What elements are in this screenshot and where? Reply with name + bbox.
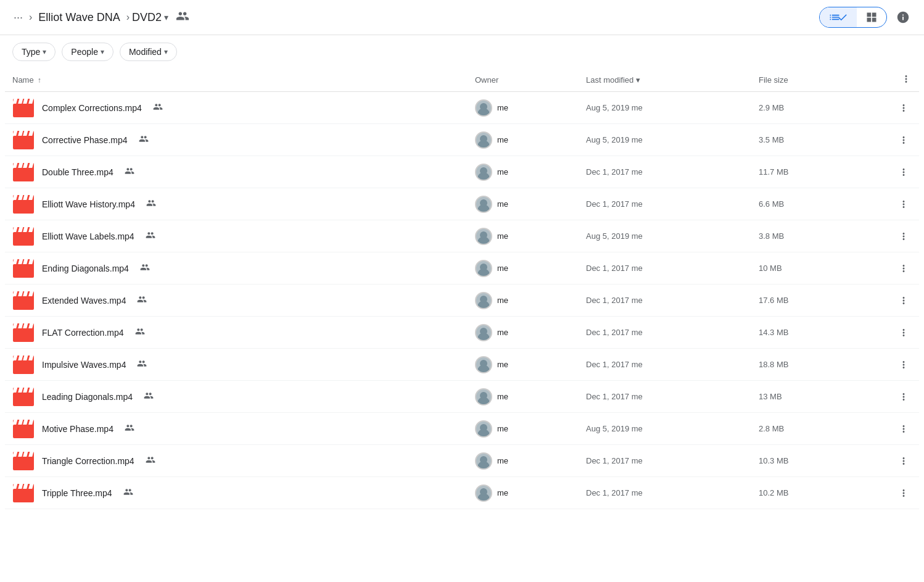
file-size: 3.5 MB: [759, 135, 882, 144]
row-more-button[interactable]: [892, 291, 912, 310]
type-filter[interactable]: Type ▾: [12, 43, 56, 61]
owner-cell: me: [475, 164, 586, 181]
people-filter[interactable]: People ▾: [62, 43, 113, 61]
file-size: 18.8 MB: [759, 360, 882, 369]
last-modified: Dec 1, 2017 me: [586, 456, 759, 465]
row-more-button[interactable]: [892, 323, 912, 343]
file-icon: [12, 225, 35, 247]
avatar: [475, 356, 492, 373]
owner-cell: me: [475, 228, 586, 245]
shared-icon: [140, 262, 150, 274]
grid-view-button[interactable]: [857, 7, 886, 27]
owner-cell: me: [475, 420, 586, 438]
file-icon: [12, 257, 35, 280]
table-row[interactable]: FLAT Correction.mp4 me Dec 1, 2017 me 14…: [5, 317, 919, 349]
row-more-button[interactable]: [892, 355, 912, 375]
list-view-button[interactable]: [820, 7, 857, 27]
file-name: Impulsive Waves.mp4: [42, 360, 126, 370]
info-button[interactable]: [892, 6, 914, 28]
row-more-button[interactable]: [892, 451, 912, 471]
breadcrumb: ··· › Elliot Wave DNA › DVD2 ▾: [10, 7, 819, 28]
file-name-cell: Tripple Three.mp4: [12, 482, 475, 504]
row-more-button[interactable]: [892, 194, 912, 214]
breadcrumb-current-folder[interactable]: DVD2 ▾: [132, 11, 168, 24]
table-row[interactable]: Impulsive Waves.mp4 me Dec 1, 2017 me 18…: [5, 349, 919, 381]
row-more-button[interactable]: [892, 419, 912, 439]
file-name-cell: Elliott Wave Labels.mp4: [12, 225, 475, 247]
file-size: 2.9 MB: [759, 103, 882, 112]
table-row[interactable]: Triangle Correction.mp4 me Dec 1, 2017 m…: [5, 445, 919, 477]
row-more-button[interactable]: [892, 387, 912, 407]
modified-filter[interactable]: Modified ▾: [120, 43, 177, 61]
row-more-button[interactable]: [892, 162, 912, 182]
owner-cell: me: [475, 196, 586, 213]
owner-name: me: [497, 199, 508, 209]
avatar: [475, 99, 492, 117]
table-row[interactable]: Double Three.mp4 me Dec 1, 2017 me 11.7 …: [5, 156, 919, 188]
file-name: Triangle Correction.mp4: [42, 456, 134, 466]
last-modified: Dec 1, 2017 me: [586, 488, 759, 497]
breadcrumb-parent[interactable]: Elliot Wave DNA: [35, 9, 123, 27]
shared-icon: [144, 391, 154, 402]
table-row[interactable]: Tripple Three.mp4 me Dec 1, 2017 me 10.2…: [5, 477, 919, 509]
row-more-button[interactable]: [892, 227, 912, 246]
file-name: Elliott Wave History.mp4: [42, 199, 135, 209]
file-icon: [12, 418, 35, 440]
current-folder-name: DVD2: [132, 11, 162, 24]
file-name-cell: Extended Waves.mp4: [12, 289, 475, 312]
file-name: Complex Corrections.mp4: [42, 103, 142, 113]
col-header-name[interactable]: Name ↑: [12, 75, 475, 85]
table-row[interactable]: Ending Diagonals.mp4 me Dec 1, 2017 me 1…: [5, 252, 919, 285]
table-row[interactable]: Extended Waves.mp4 me Dec 1, 2017 me 17.…: [5, 285, 919, 317]
shared-icon: [125, 423, 134, 434]
file-name-cell: Ending Diagonals.mp4: [12, 257, 475, 280]
owner-name: me: [497, 456, 508, 465]
owner-name: me: [497, 296, 508, 305]
file-size: 3.8 MB: [759, 231, 882, 241]
col-header-last-modified[interactable]: Last modified ▾: [586, 75, 759, 85]
type-filter-label: Type: [22, 47, 40, 57]
breadcrumb-chevron-1: ›: [29, 12, 32, 23]
owner-cell: me: [475, 260, 586, 277]
file-icon: [12, 97, 35, 119]
last-modified: Dec 1, 2017 me: [586, 264, 759, 273]
folder-dropdown-chevron: ▾: [164, 12, 168, 22]
table-row[interactable]: Elliott Wave History.mp4 me Dec 1, 2017 …: [5, 188, 919, 220]
table-row[interactable]: Complex Corrections.mp4 me Aug 5, 2019 m…: [5, 92, 919, 124]
owner-name: me: [497, 264, 508, 273]
file-name-cell: Triangle Correction.mp4: [12, 450, 475, 472]
file-size: 14.3 MB: [759, 328, 882, 337]
file-name-cell: Impulsive Waves.mp4: [12, 354, 475, 376]
last-modified: Aug 5, 2019 me: [586, 103, 759, 112]
file-name: FLAT Correction.mp4: [42, 328, 124, 338]
row-more-button[interactable]: [892, 483, 912, 503]
row-more-button[interactable]: [892, 259, 912, 278]
owner-cell: me: [475, 484, 586, 502]
last-modified: Aug 5, 2019 me: [586, 231, 759, 241]
shared-icon: [146, 230, 155, 242]
file-table: Name ↑ Owner Last modified ▾ File size: [0, 69, 924, 509]
table-header: Name ↑ Owner Last modified ▾ File size: [5, 69, 919, 92]
last-modified: Dec 1, 2017 me: [586, 392, 759, 401]
file-name: Double Three.mp4: [42, 167, 113, 177]
avatar: [475, 196, 492, 213]
table-row[interactable]: Leading Diagonals.mp4 me Dec 1, 2017 me …: [5, 381, 919, 413]
avatar: [475, 452, 492, 470]
file-size: 6.6 MB: [759, 199, 882, 209]
people-icon[interactable]: [171, 7, 194, 28]
table-row[interactable]: Corrective Phase.mp4 me Aug 5, 2019 me 3…: [5, 124, 919, 156]
file-size: 2.8 MB: [759, 424, 882, 433]
file-icon: [12, 129, 35, 151]
shared-icon: [137, 359, 147, 370]
people-filter-label: People: [71, 47, 98, 57]
table-row[interactable]: Motive Phase.mp4 me Aug 5, 2019 me 2.8 M…: [5, 413, 919, 445]
table-row[interactable]: Elliott Wave Labels.mp4 me Aug 5, 2019 m…: [5, 220, 919, 252]
file-icon: [12, 193, 35, 215]
breadcrumb-dots[interactable]: ···: [10, 9, 27, 27]
file-name: Motive Phase.mp4: [42, 424, 113, 434]
row-more-button[interactable]: [892, 98, 912, 118]
row-more-button[interactable]: [892, 130, 912, 150]
file-name: Leading Diagonals.mp4: [42, 392, 133, 402]
file-icon: [12, 322, 35, 344]
file-size: 13 MB: [759, 392, 882, 401]
